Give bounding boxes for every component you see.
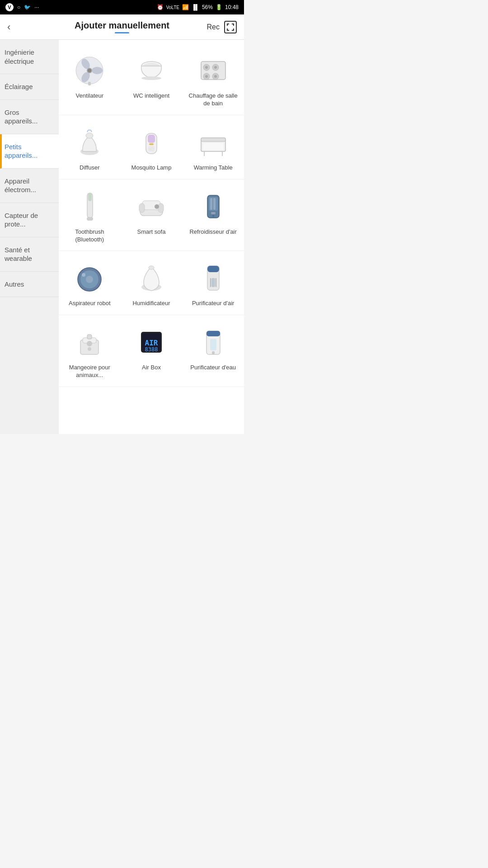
back-button[interactable]: ‹ — [7, 21, 10, 33]
toilet-svg — [136, 55, 167, 86]
svg-rect-43 — [139, 203, 145, 212]
svg-rect-39 — [88, 193, 92, 201]
status-left: V ○ 🐦 ··· — [5, 3, 39, 11]
sidebar-item-lighting[interactable]: Éclairage — [0, 74, 59, 100]
svg-rect-66 — [87, 335, 92, 339]
svg-point-65 — [87, 341, 92, 346]
purificateur-eau-icon — [195, 324, 231, 360]
warming-icon — [195, 124, 231, 160]
humidificateur-label: Humidificateur — [132, 300, 170, 307]
rec-button[interactable]: Rec — [207, 23, 220, 31]
purificateur-label: Purificateur d'air — [192, 300, 235, 307]
sofa-label: Smart sofa — [137, 228, 166, 236]
mangeoire-label: Mangeoire pour animaux... — [62, 364, 117, 379]
device-mosquito[interactable]: Mosquito Lamp — [121, 115, 183, 179]
svg-rect-14 — [88, 82, 91, 85]
scan-icon — [227, 24, 234, 31]
device-purificateur[interactable]: Purificateur d'air — [182, 251, 244, 315]
device-warming[interactable]: Warming Table — [182, 115, 244, 179]
mosquito-icon — [133, 124, 169, 160]
svg-rect-1 — [227, 24, 228, 26]
diffuser-icon — [71, 124, 108, 160]
fan-svg — [74, 55, 105, 86]
svg-rect-59 — [207, 266, 219, 272]
svg-rect-31 — [149, 143, 154, 145]
svg-rect-3 — [233, 24, 234, 26]
svg-rect-35 — [203, 143, 224, 150]
page-title: Ajouter manuellement — [75, 20, 169, 33]
waterpurifier-svg — [197, 326, 229, 358]
diffuser-svg — [74, 127, 105, 158]
device-refroidisseur[interactable]: Refroidisseur d'air — [182, 179, 244, 251]
svg-rect-73 — [206, 331, 220, 336]
sidebar-item-others[interactable]: Autres — [0, 272, 59, 297]
device-sofa[interactable]: Smart sofa — [121, 179, 183, 251]
toothbrush-label: Toothbrush (Bluetooth) — [62, 228, 117, 244]
svg-point-28 — [86, 133, 93, 138]
sidebar-item-electromenager[interactable]: Appareil électrom... — [0, 169, 59, 203]
device-airbox[interactable]: AIR 8388 Air Box — [121, 315, 183, 387]
svg-point-54 — [86, 276, 93, 283]
svg-rect-5 — [227, 28, 228, 31]
alarm-icon: ⏰ — [157, 4, 164, 10]
airpurifier-svg — [197, 262, 229, 294]
device-chauffage[interactable]: Chauffage de salle de bain — [182, 43, 244, 115]
wc-icon — [133, 52, 169, 89]
purificateur-icon — [195, 260, 231, 296]
device-aspirateur[interactable]: Aspirateur robot — [59, 251, 121, 315]
top-bar-right: Rec — [207, 21, 237, 33]
mangeoire-icon — [71, 324, 108, 360]
airbox-label: Air Box — [142, 364, 161, 372]
svg-rect-40 — [87, 217, 93, 221]
status-right: ⏰ VoLTE 📶 ▐▌ 56% 🔋 10:48 — [157, 4, 239, 10]
svg-point-45 — [155, 204, 159, 209]
aircooler-svg — [197, 191, 229, 222]
sidebar: Ingénierie électrique Éclairage Gros app… — [0, 40, 59, 434]
sidebar-item-health[interactable]: Santé et wearable — [0, 237, 59, 272]
svg-rect-7 — [233, 28, 234, 31]
airbox-svg: AIR 8388 — [136, 326, 167, 358]
svg-point-13 — [88, 69, 91, 72]
svg-point-55 — [82, 273, 85, 277]
device-mangeoire[interactable]: Mangeoire pour animaux... — [59, 315, 121, 387]
main-layout: Ingénierie électrique Éclairage Gros app… — [0, 40, 244, 434]
battery-icon: 🔋 — [216, 4, 222, 10]
wifi-icon: 📶 — [182, 4, 189, 10]
mosquito-svg — [136, 127, 167, 158]
sidebar-item-sensor[interactable]: Capteur de prote... — [0, 203, 59, 237]
svg-rect-75 — [212, 351, 215, 354]
svg-rect-49 — [213, 198, 216, 210]
svg-rect-32 — [148, 146, 155, 151]
toothbrush-svg — [74, 191, 105, 222]
device-humidificateur[interactable]: Humidificateur — [121, 251, 183, 315]
device-content: Ventilateur WC intelligent — [59, 40, 244, 434]
humidifier-svg — [136, 262, 167, 294]
svg-rect-30 — [148, 135, 155, 143]
sofa-icon — [133, 189, 169, 225]
device-wc[interactable]: WC intelligent — [121, 43, 183, 115]
svg-text:8388: 8388 — [145, 346, 158, 353]
signal-icon: ▐▌ — [192, 4, 199, 10]
sidebar-item-electrical[interactable]: Ingénierie électrique — [0, 40, 59, 74]
twitter-icon: 🐦 — [24, 4, 31, 10]
sidebar-item-large[interactable]: Gros appareils... — [0, 100, 59, 134]
aspirateur-label: Aspirateur robot — [69, 300, 111, 307]
svg-point-57 — [149, 266, 154, 269]
ventilateur-label: Ventilateur — [76, 92, 103, 100]
sidebar-item-small[interactable]: Petits appareils... — [0, 134, 59, 169]
feeder-svg — [74, 326, 105, 358]
svg-rect-74 — [210, 339, 216, 350]
time: 10:48 — [225, 4, 239, 10]
svg-rect-48 — [210, 198, 212, 210]
device-purificateur-eau[interactable]: Purificateur d'eau — [182, 315, 244, 387]
status-bar: V ○ 🐦 ··· ⏰ VoLTE 📶 ▐▌ 56% 🔋 10:48 — [0, 0, 244, 14]
device-ventilateur[interactable]: Ventilateur — [59, 43, 121, 115]
svg-rect-50 — [211, 212, 216, 214]
device-toothbrush[interactable]: Toothbrush (Bluetooth) — [59, 179, 121, 251]
refroidisseur-icon — [195, 189, 231, 225]
chauffage-label: Chauffage de salle de bain — [186, 92, 240, 108]
device-diffuser[interactable]: Diffuser — [59, 115, 121, 179]
device-grid: Ventilateur WC intelligent — [59, 43, 244, 387]
warming-label: Warming Table — [194, 164, 233, 172]
scan-button[interactable] — [224, 21, 237, 33]
